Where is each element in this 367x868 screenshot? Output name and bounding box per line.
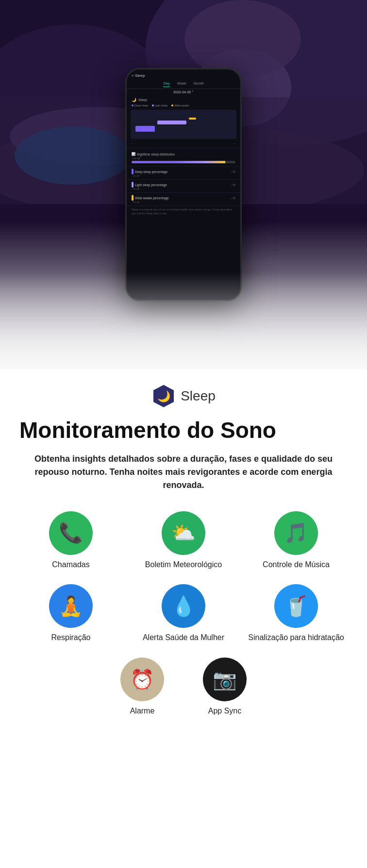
stat-deep-label: Deep sleep percentage — [132, 169, 167, 174]
dist-time: --H--M — [132, 157, 235, 160]
features-grid: 📞 Chamadas ⛅ Boletim Meteorológico 🎵 Con… — [19, 511, 348, 643]
phone-tabs-row: Day Week Month — [127, 80, 240, 89]
app-sync-icon-circle: 📷 — [203, 658, 247, 701]
svg-point-6 — [15, 126, 131, 185]
legend-dot-light — [152, 104, 154, 106]
content-section: 🌙 Sleep Monitoramento do Sono Obtenha in… — [0, 369, 367, 741]
hero-overlay — [0, 272, 367, 369]
stat-deep-sleep: Deep sleep percentage --% --H--M — [127, 166, 240, 179]
phone-body: < Sleep Day Week Month 2022-04-28 ˅ 🌙 Sl… — [125, 68, 242, 301]
stat-awake-pct: --% — [231, 196, 235, 200]
stat-deep-pct: --% — [231, 170, 235, 174]
phone-screen: < Sleep Day Week Month 2022-04-28 ˅ 🌙 Sl… — [127, 69, 240, 300]
womens-health-icon-circle: 💧 — [162, 584, 205, 628]
sleep-label-row: 🌙 Sleep — [19, 384, 348, 408]
feature-hydration: 🥤 Sinalização para hidratação — [245, 584, 348, 643]
features-bottom-row: ⏰ Alarme 📷 App Sync — [19, 658, 348, 716]
hydration-icon-circle: 🥤 — [274, 584, 318, 628]
stat-light-sub: --H--M — [132, 188, 235, 191]
phone-mockup: < Sleep Day Week Month 2022-04-28 ˅ 🌙 Sl… — [125, 68, 242, 301]
sleep-legend: Deep sleep Light sleep Wide awake — [127, 103, 240, 108]
feature-music: 🎵 Controle de Música — [245, 511, 348, 570]
chart-icon: 📊 — [132, 152, 135, 156]
tab-week[interactable]: Week — [177, 81, 186, 87]
hydration-icon: 🥤 — [284, 595, 308, 618]
legend-deep-sleep: Deep sleep — [132, 104, 148, 107]
feature-weather: ⛅ Boletim Meteorológico — [132, 511, 235, 570]
sleep-chart — [131, 110, 236, 139]
breathing-icon-circle: 🧘 — [49, 584, 93, 628]
stat-deep-sub: --H--M — [132, 174, 235, 177]
phone-nav-header: < Sleep — [127, 69, 240, 80]
weather-label: Boletim Meteorológico — [145, 560, 222, 570]
camera-icon: 📷 — [213, 668, 237, 691]
legend-wide-awake: Wide awake — [171, 104, 189, 107]
legend-dot-deep — [132, 104, 133, 106]
hero-section: < Sleep Day Week Month 2022-04-28 ˅ 🌙 Sl… — [0, 0, 367, 369]
alarm-icon: ⏰ — [130, 668, 154, 691]
distribution-section: 📊 Nighttime sleep distribution --H--M — [127, 150, 240, 166]
legend-dot-awake — [171, 104, 173, 106]
stat-light-label: Light sleep percentage — [132, 182, 167, 188]
feature-chamadas: 📞 Chamadas — [19, 511, 122, 570]
feature-breathing: 🧘 Respiração — [19, 584, 122, 643]
divider — [127, 148, 240, 148]
womens-health-label: Alerta Saúde da Mulher — [143, 633, 224, 643]
womens-health-icon: 💧 — [171, 595, 196, 618]
svg-text:🌙: 🌙 — [157, 390, 171, 403]
distribution-bar — [132, 161, 235, 163]
stat-wide-awake: Wide awake percentage --% --H--M — [127, 192, 240, 206]
alarm-icon-circle: ⏰ — [120, 658, 164, 701]
weather-icon-circle: ⛅ — [162, 511, 205, 555]
sleep-start-time: -- — [132, 142, 133, 145]
sleep-time-range: -- -- — [127, 141, 240, 146]
feature-app-sync: 📷 App Sync — [203, 658, 247, 716]
sleep-feature-label: Sleep — [181, 388, 216, 404]
sleep-section-title: 🌙 Sleep — [127, 96, 240, 103]
phone-date[interactable]: 2022-04-28 ˅ — [127, 89, 240, 96]
chart-bar-awake — [189, 118, 196, 120]
chart-bar-light — [157, 121, 186, 124]
stat-awake-label: Wide awake percentage — [132, 195, 169, 201]
chamadas-icon-circle: 📞 — [49, 511, 93, 555]
moon-icon: 🌙 — [132, 98, 136, 102]
breathing-icon: 🧘 — [59, 595, 83, 618]
alarm-label: Alarme — [130, 706, 155, 716]
tab-month[interactable]: Month — [194, 81, 204, 87]
stat-bar-deep — [132, 169, 133, 174]
stat-bar-light — [132, 182, 133, 188]
music-icon-circle: 🎵 — [274, 511, 318, 555]
main-heading: Monitoramento do Sono — [19, 418, 348, 443]
breathing-label: Respiração — [51, 633, 91, 643]
weather-icon: ⛅ — [171, 521, 196, 544]
stat-bar-awake — [132, 195, 133, 201]
phone-icon: 📞 — [59, 521, 83, 544]
feature-alarm: ⏰ Alarme — [120, 658, 164, 716]
app-sync-label: App Sync — [208, 706, 241, 716]
chart-bar-deep — [135, 126, 155, 132]
phone-back-button[interactable]: < Sleep — [132, 73, 145, 78]
stat-light-sleep: Light sleep percentage --% --H--M — [127, 179, 240, 192]
stat-light-pct: --% — [231, 183, 235, 187]
feature-womens-health: 💧 Alerta Saúde da Mulher — [132, 584, 235, 643]
tab-day[interactable]: Day — [163, 81, 169, 87]
main-description: Obtenha insights detalhados sobre a dura… — [19, 452, 348, 492]
dist-title: 📊 Nighttime sleep distribution — [132, 152, 235, 156]
music-label: Controle de Música — [263, 560, 330, 570]
sleep-hex-icon: 🌙 — [151, 384, 176, 408]
legend-light-sleep: Light sleep — [152, 104, 168, 107]
stat-awake-sub: --H--M — [132, 201, 235, 204]
chamadas-label: Chamadas — [52, 560, 89, 570]
hydration-label: Sinalização para hidratação — [248, 633, 344, 643]
music-icon: 🎵 — [284, 521, 308, 544]
phone-footer-text: Sleep is a natural way of rest to mainta… — [127, 206, 240, 217]
sleep-end-time: -- — [234, 142, 235, 145]
